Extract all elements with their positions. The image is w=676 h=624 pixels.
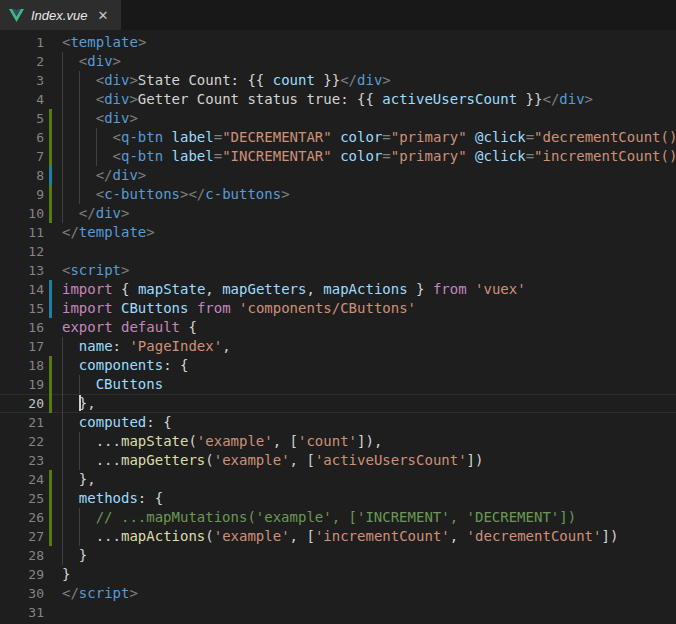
code-line[interactable]: 15import CButtons from 'components/CButt…: [0, 299, 676, 318]
code-text[interactable]: methods: {: [62, 489, 163, 508]
code-text[interactable]: import { mapState, mapGetters, mapAction…: [62, 280, 526, 299]
code-line[interactable]: 22...mapState('example', ['count']),: [0, 432, 676, 451]
code-text[interactable]: ...mapActions('example', ['incrementCoun…: [62, 527, 618, 546]
line-number: 31: [0, 603, 44, 622]
code-line[interactable]: 26// ...mapMutations('example', ['INCREM…: [0, 508, 676, 527]
code-line[interactable]: 7<q-btn label="INCREMENTAR" color="prima…: [0, 147, 676, 166]
code-text[interactable]: <c-buttons></c-buttons>: [62, 185, 290, 204]
code-text[interactable]: <div>: [62, 109, 138, 128]
line-number: 13: [0, 261, 44, 280]
line-number: 17: [0, 337, 44, 356]
indent-guide: [62, 470, 79, 489]
code-text[interactable]: name: 'PageIndex',: [62, 337, 231, 356]
code-line[interactable]: 17name: 'PageIndex',: [0, 337, 676, 356]
code-line[interactable]: 20},: [0, 394, 676, 413]
code-text[interactable]: <q-btn label="DECREMENTAR" color="primar…: [62, 128, 676, 147]
code-text[interactable]: </script>: [62, 584, 138, 603]
code-text[interactable]: <script>: [62, 261, 129, 280]
code-text[interactable]: </div>: [62, 204, 129, 223]
git-diff-none: [49, 90, 52, 109]
code-text[interactable]: // ...mapMutations('example', ['INCREMEN…: [62, 508, 576, 527]
line-number: 8: [0, 166, 44, 185]
git-diff-none: [49, 451, 52, 470]
code-text[interactable]: <div>Getter Count status true: {{ active…: [62, 90, 593, 109]
code-text[interactable]: </template>: [62, 223, 155, 242]
code-line[interactable]: 4<div>Getter Count status true: {{ activ…: [0, 90, 676, 109]
code-line[interactable]: 5<div>: [0, 109, 676, 128]
code-text[interactable]: computed: {: [62, 413, 172, 432]
indent-guide: [62, 90, 79, 109]
code-line[interactable]: 28}: [0, 546, 676, 565]
git-diff-none: [49, 242, 52, 261]
code-text[interactable]: },: [62, 470, 96, 489]
code-text[interactable]: import CButtons from 'components/CButton…: [62, 299, 416, 318]
git-diff-added-indicator: [49, 128, 52, 147]
git-diff-none: [49, 71, 52, 90]
code-text[interactable]: ...mapGetters('example', ['activeUsersCo…: [62, 451, 483, 470]
close-icon[interactable]: ✕: [94, 7, 111, 24]
code-line[interactable]: 16export default {: [0, 318, 676, 337]
git-diff-none: [49, 413, 52, 432]
code-line[interactable]: 31: [0, 603, 676, 622]
code-text[interactable]: export default {: [62, 318, 197, 337]
code-line[interactable]: 10</div>: [0, 204, 676, 223]
indent-guide: [62, 71, 79, 90]
line-number: 9: [0, 185, 44, 204]
git-diff-added-indicator: [49, 489, 52, 508]
code-line[interactable]: 29}: [0, 565, 676, 584]
code-text[interactable]: },: [62, 394, 96, 413]
git-diff-none: [49, 432, 52, 451]
code-line[interactable]: 8</div>: [0, 166, 676, 185]
code-text[interactable]: </div>: [62, 166, 146, 185]
code-line[interactable]: 18components: {: [0, 356, 676, 375]
code-line[interactable]: 23...mapGetters('example', ['activeUsers…: [0, 451, 676, 470]
code-line[interactable]: 9<c-buttons></c-buttons>: [0, 185, 676, 204]
git-diff-added-indicator: [49, 527, 52, 546]
code-text[interactable]: }: [62, 565, 70, 584]
code-line[interactable]: 1<template>: [0, 33, 676, 52]
line-number: 15: [0, 299, 44, 318]
indent-guide: [79, 185, 96, 204]
indent-guide: [62, 166, 79, 185]
code-line[interactable]: 6<q-btn label="DECREMENTAR" color="prima…: [0, 128, 676, 147]
indent-guide: [79, 375, 96, 394]
indent-guide: [96, 147, 113, 166]
indent-guide: [79, 166, 96, 185]
code-line[interactable]: 19CButtons: [0, 375, 676, 394]
code-text[interactable]: <template>: [62, 33, 146, 52]
code-line[interactable]: 14import { mapState, mapGetters, mapActi…: [0, 280, 676, 299]
git-diff-added-indicator: [49, 470, 52, 489]
code-text[interactable]: <div>: [62, 52, 121, 71]
code-text[interactable]: }: [62, 546, 87, 565]
git-diff-modified-indicator: [49, 280, 52, 299]
code-text[interactable]: components: {: [62, 356, 188, 375]
git-diff-none: [49, 546, 52, 565]
code-line[interactable]: 30</script>: [0, 584, 676, 603]
indent-guide: [62, 147, 79, 166]
tab-index-vue[interactable]: Index.vue ✕: [0, 0, 121, 30]
editor: 1<template>2<div>3<div>State Count: {{ c…: [0, 30, 676, 622]
code-line[interactable]: 24},: [0, 470, 676, 489]
code-text[interactable]: ...mapState('example', ['count']),: [62, 432, 382, 451]
code-line[interactable]: 12: [0, 242, 676, 261]
line-number: 16: [0, 318, 44, 337]
line-number: 14: [0, 280, 44, 299]
code-text[interactable]: <q-btn label="INCREMENTAR" color="primar…: [62, 147, 676, 166]
code-line[interactable]: 11</template>: [0, 223, 676, 242]
line-number: 12: [0, 242, 44, 261]
git-diff-none: [49, 565, 52, 584]
code-line[interactable]: 21computed: {: [0, 413, 676, 432]
indent-guide: [79, 527, 96, 546]
code-text[interactable]: CButtons: [62, 375, 163, 394]
code-line[interactable]: 27...mapActions('example', ['incrementCo…: [0, 527, 676, 546]
code-line[interactable]: 13<script>: [0, 261, 676, 280]
line-number: 30: [0, 584, 44, 603]
code-text[interactable]: <div>State Count: {{ count }}</div>: [62, 71, 391, 90]
code-line[interactable]: 2<div>: [0, 52, 676, 71]
git-diff-none: [49, 337, 52, 356]
code-line[interactable]: 25methods: {: [0, 489, 676, 508]
git-diff-added-indicator: [49, 375, 52, 394]
line-number: 4: [0, 90, 44, 109]
code-line[interactable]: 3<div>State Count: {{ count }}</div>: [0, 71, 676, 90]
line-number: 10: [0, 204, 44, 223]
